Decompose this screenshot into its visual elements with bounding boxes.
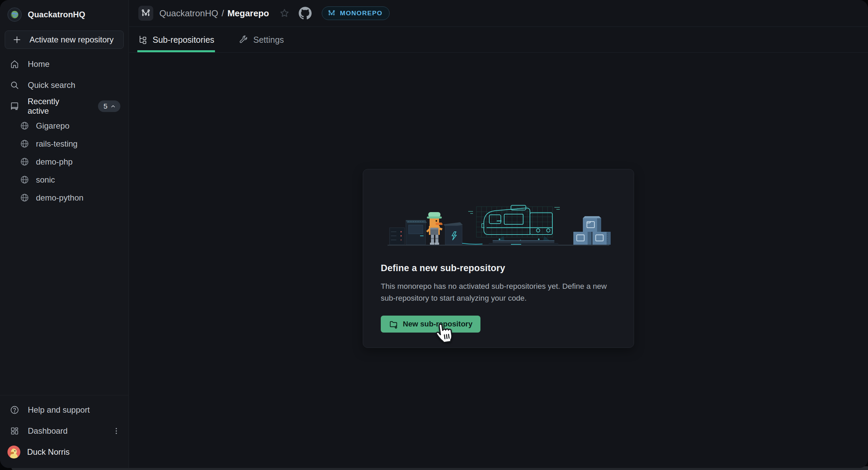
org-avatar — [7, 7, 22, 22]
user-name: Duck Norris — [27, 447, 70, 457]
home-icon — [9, 59, 20, 69]
chevron-up-icon — [111, 104, 116, 109]
repo-header: QuackatronHQ / Megarepo MONOREPO — [129, 0, 868, 27]
search-icon — [9, 80, 20, 90]
hologram-grid — [476, 207, 553, 237]
sidebar-repo-gigarepo[interactable]: Gigarepo — [0, 117, 129, 135]
breadcrumb-separator: / — [221, 8, 224, 19]
repo-label: rails-testing — [36, 139, 78, 149]
org-switcher[interactable]: QuackatronHQ — [0, 0, 129, 22]
tab-settings[interactable]: Settings — [239, 27, 284, 52]
sidebar-item-label: Home — [28, 59, 50, 69]
globe-icon — [20, 193, 29, 202]
empty-state-description: This monorepo has no activated sub-repos… — [381, 280, 615, 304]
repo-label: demo-python — [36, 193, 83, 203]
new-sub-repository-button[interactable]: New sub-repository — [381, 316, 480, 333]
recently-active-count: 5 — [103, 102, 107, 110]
app-window: QuackatronHQ Activate new repository Hom… — [0, 0, 868, 468]
sidebar-item-label: Quick search — [28, 80, 75, 90]
empty-state-title: Define a new sub-repository — [381, 263, 616, 274]
control-podium — [443, 222, 482, 245]
sidebar-item-help-and-support[interactable]: Help and support — [0, 399, 129, 420]
org-name: QuackatronHQ — [28, 10, 85, 19]
empty-state-card: Define a new sub-repository This monorep… — [363, 169, 634, 348]
tab-label: Sub-repositories — [153, 35, 214, 45]
breadcrumb: QuackatronHQ / Megarepo — [159, 8, 269, 19]
globe-icon — [20, 139, 29, 148]
new-folder-icon — [389, 320, 398, 329]
globe-icon — [20, 175, 29, 184]
repo-label: sonic — [36, 175, 55, 185]
sidebar-repo-rails-testing[interactable]: rails-testing — [0, 135, 129, 153]
plus-icon — [13, 35, 21, 44]
star-icon[interactable] — [279, 8, 290, 19]
dashboard-layout-icon — [9, 426, 20, 436]
github-icon[interactable] — [299, 7, 312, 20]
repo-label: Gigarepo — [36, 121, 70, 131]
sidebar-item-dashboard[interactable]: Dashboard — [0, 420, 129, 441]
monorepo-m-icon — [328, 9, 336, 17]
duck-engineer — [426, 212, 442, 245]
activate-new-repository-button[interactable]: Activate new repository — [5, 31, 124, 49]
globe-icon — [20, 121, 29, 130]
breadcrumb-repo: Megarepo — [228, 8, 269, 19]
monorepo-badge-label: MONOREPO — [340, 10, 382, 17]
breadcrumb-org[interactable]: QuackatronHQ — [159, 8, 218, 19]
monorepo-badge: MONOREPO — [322, 6, 390, 20]
activate-new-repository-label: Activate new repository — [29, 35, 114, 44]
duck-avatar-icon — [7, 446, 20, 458]
globe-icon — [20, 157, 29, 166]
tab-bar: Sub-repositories Settings — [129, 27, 868, 53]
sidebar-repo-demo-php[interactable]: demo-php — [0, 153, 129, 171]
sidebar-item-recently-active[interactable]: Recently active 5 — [0, 96, 129, 117]
sidebar-item-quick-search[interactable]: Quick search — [0, 75, 129, 96]
repo-label: demo-php — [36, 157, 73, 167]
sidebar-item-label: Dashboard — [28, 426, 67, 436]
user-menu[interactable]: Duck Norris — [0, 441, 129, 463]
sidebar-nav: Home Quick search Recently active 5 — [0, 54, 129, 207]
empty-state-illustration — [381, 203, 616, 248]
server-racks — [390, 220, 427, 245]
tab-label: Settings — [253, 35, 284, 45]
tab-sub-repositories[interactable]: Sub-repositories — [138, 27, 214, 52]
repo-book-icon — [9, 101, 19, 111]
sidebar-repo-sonic[interactable]: sonic — [0, 171, 129, 189]
folder-crates — [573, 216, 611, 245]
recently-active-count-badge[interactable]: 5 — [98, 100, 120, 112]
help-circle-icon — [9, 405, 20, 415]
folder-tree-icon — [138, 35, 147, 44]
main-content: Define a new sub-repository This monorep… — [129, 53, 868, 468]
sidebar: QuackatronHQ Activate new repository Hom… — [0, 0, 129, 468]
kebab-menu-icon[interactable] — [112, 427, 120, 435]
sidebar-item-label: Recently active — [27, 97, 82, 116]
globe-planet-icon — [10, 10, 19, 19]
sidebar-item-label: Help and support — [28, 405, 90, 415]
new-sub-repository-label: New sub-repository — [403, 320, 472, 328]
sidebar-item-home[interactable]: Home — [0, 54, 129, 75]
sidebar-footer: Help and support Dashboard — [0, 395, 129, 468]
sidebar-repo-demo-python[interactable]: demo-python — [0, 189, 129, 207]
monorepo-m-icon — [138, 6, 153, 21]
wrench-icon — [239, 35, 248, 44]
